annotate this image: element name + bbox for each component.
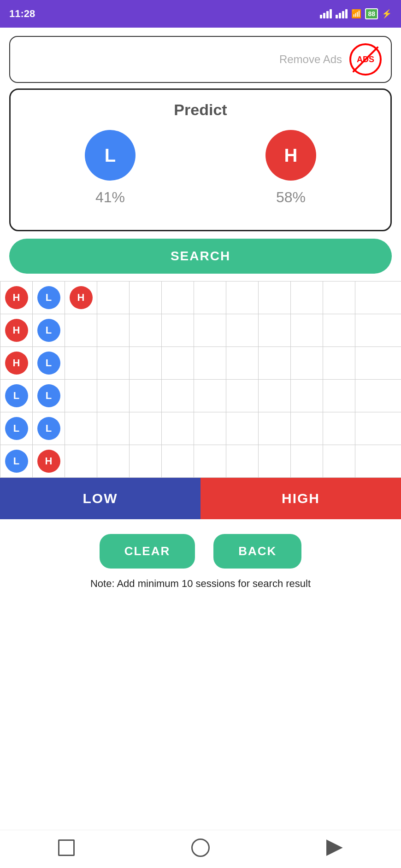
nav-home-icon[interactable] <box>191 839 210 857</box>
list-item[interactable] <box>162 314 194 346</box>
nav-back-icon[interactable] <box>326 839 343 856</box>
list-item[interactable] <box>226 314 259 346</box>
predict-circle-h: H <box>265 130 316 181</box>
table-row[interactable]: LL <box>0 380 401 412</box>
list-item[interactable] <box>291 412 323 445</box>
list-item[interactable] <box>194 445 226 477</box>
list-item[interactable]: L <box>33 347 65 379</box>
list-item[interactable] <box>291 314 323 346</box>
list-item[interactable] <box>194 282 226 314</box>
clear-button[interactable]: CLEAR <box>100 534 195 569</box>
list-item[interactable] <box>323 347 355 379</box>
grid-container: HLHHLHLLLLLLH <box>0 281 401 478</box>
list-item[interactable] <box>130 380 162 412</box>
signal-bars-2 <box>336 9 348 18</box>
low-button[interactable]: LOW <box>0 478 200 519</box>
battery-icon: 88 <box>365 8 378 19</box>
grid-ball-h: H <box>5 352 28 375</box>
list-item[interactable] <box>130 445 162 477</box>
list-item[interactable] <box>226 282 259 314</box>
ads-label: ADS <box>357 55 374 65</box>
list-item[interactable] <box>291 282 323 314</box>
list-item[interactable] <box>323 380 355 412</box>
list-item[interactable] <box>323 412 355 445</box>
list-item[interactable] <box>226 412 259 445</box>
list-item[interactable]: H <box>0 347 33 379</box>
grid-ball-l: L <box>37 352 60 375</box>
list-item[interactable]: L <box>33 380 65 412</box>
list-item[interactable] <box>130 412 162 445</box>
table-row[interactable]: LH <box>0 445 401 478</box>
lh-row: LOW HIGH <box>0 478 401 519</box>
grid-ball-l: L <box>37 286 60 309</box>
list-item[interactable]: L <box>0 445 33 477</box>
predict-item-low: L 41% <box>85 130 136 206</box>
list-item[interactable] <box>65 412 97 445</box>
table-row[interactable]: HL <box>0 347 401 380</box>
list-item[interactable]: L <box>0 380 33 412</box>
list-item[interactable]: L <box>33 412 65 445</box>
list-item[interactable] <box>291 380 323 412</box>
list-item[interactable] <box>323 282 355 314</box>
list-item[interactable] <box>97 347 130 379</box>
list-item[interactable] <box>194 380 226 412</box>
table-row[interactable]: HL <box>0 314 401 347</box>
grid-ball-l: L <box>5 417 28 440</box>
list-item[interactable] <box>65 314 97 346</box>
list-item[interactable] <box>194 412 226 445</box>
list-item[interactable] <box>194 347 226 379</box>
list-item[interactable]: H <box>65 282 97 314</box>
list-item[interactable] <box>162 282 194 314</box>
list-item[interactable] <box>226 380 259 412</box>
back-button[interactable]: BACK <box>213 534 301 569</box>
list-item[interactable] <box>226 347 259 379</box>
list-item[interactable] <box>259 380 291 412</box>
list-item[interactable] <box>65 380 97 412</box>
list-item[interactable] <box>259 347 291 379</box>
list-item[interactable] <box>323 445 355 477</box>
predict-title: Predict <box>20 101 381 119</box>
predict-pct-low: 41% <box>95 189 125 206</box>
list-item[interactable]: L <box>33 282 65 314</box>
list-item[interactable] <box>97 314 130 346</box>
table-row[interactable]: HLH <box>0 282 401 314</box>
list-item[interactable] <box>291 445 323 477</box>
note-text: Note: Add minimum 10 sessions for search… <box>0 578 401 604</box>
ads-circle[interactable]: ADS <box>349 43 382 76</box>
grid-ball-h: H <box>70 286 93 309</box>
list-item[interactable]: L <box>0 412 33 445</box>
list-item[interactable] <box>194 314 226 346</box>
list-item[interactable] <box>65 347 97 379</box>
list-item[interactable] <box>97 412 130 445</box>
list-item[interactable] <box>291 347 323 379</box>
nav-square-icon[interactable] <box>58 839 75 856</box>
list-item[interactable] <box>162 380 194 412</box>
ad-banner[interactable]: Remove Ads ADS <box>9 36 392 83</box>
status-time: 11:28 <box>9 8 35 20</box>
list-item[interactable] <box>259 314 291 346</box>
list-item[interactable] <box>130 314 162 346</box>
list-item[interactable] <box>259 412 291 445</box>
list-item[interactable]: H <box>33 445 65 477</box>
high-button[interactable]: HIGH <box>200 478 401 519</box>
list-item[interactable]: L <box>33 314 65 346</box>
list-item[interactable] <box>259 282 291 314</box>
list-item[interactable] <box>130 347 162 379</box>
list-item[interactable] <box>97 282 130 314</box>
list-item[interactable] <box>226 445 259 477</box>
list-item[interactable] <box>97 380 130 412</box>
list-item[interactable] <box>65 445 97 477</box>
list-item[interactable] <box>162 412 194 445</box>
list-item[interactable]: H <box>0 282 33 314</box>
predict-item-high: H 58% <box>265 130 316 206</box>
list-item[interactable]: H <box>0 314 33 346</box>
list-item[interactable] <box>97 445 130 477</box>
list-item[interactable] <box>259 445 291 477</box>
list-item[interactable] <box>130 282 162 314</box>
list-item[interactable] <box>323 314 355 346</box>
list-item[interactable] <box>162 445 194 477</box>
table-row[interactable]: LL <box>0 412 401 445</box>
search-button[interactable]: SEARCH <box>9 239 392 274</box>
list-item[interactable] <box>162 347 194 379</box>
grid-ball-h: H <box>5 286 28 309</box>
